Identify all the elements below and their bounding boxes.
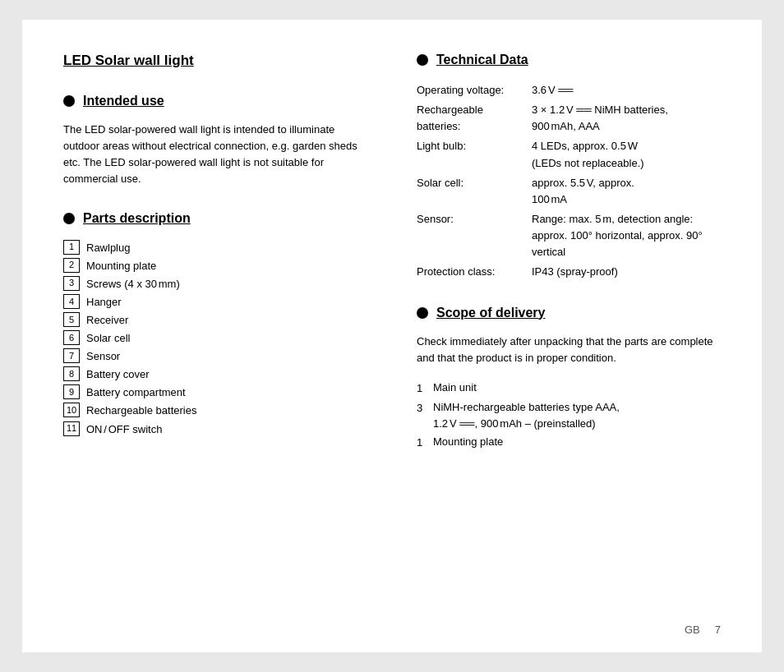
table-row: Sensor:Range: max. 5 m, detection angle:… bbox=[417, 209, 721, 262]
technical-data-table: Operating voltage:3.6 V ══Rechargeableba… bbox=[417, 81, 721, 283]
part-label: Rechargeable batteries bbox=[86, 402, 196, 420]
part-label: Hanger bbox=[86, 293, 122, 311]
scope-text: NiMH-rechargeable batteries type AAA,1.2… bbox=[433, 399, 620, 432]
scope-of-delivery-section: Scope of delivery Check immediately afte… bbox=[417, 306, 721, 453]
table-row: Operating voltage:3.6 V ══ bbox=[417, 81, 721, 100]
list-item: 8Battery cover bbox=[63, 366, 359, 384]
scope-title: Scope of delivery bbox=[436, 306, 546, 320]
tech-label: Sensor: bbox=[417, 209, 532, 262]
part-label: Sensor bbox=[86, 348, 120, 366]
list-item: 6Solar cell bbox=[63, 329, 359, 348]
page-footer: GB 7 bbox=[685, 624, 721, 636]
right-column: Technical Data Operating voltage:3.6 V ═… bbox=[408, 53, 721, 619]
technical-data-section: Technical Data Operating voltage:3.6 V ═… bbox=[417, 53, 721, 283]
part-number: 11 bbox=[63, 421, 80, 436]
list-item: 1Rawlplug bbox=[63, 239, 359, 257]
table-row: Light bulb:4 LEDs, approx. 0.5 W(LEDs no… bbox=[417, 136, 721, 173]
part-label: Rawlplug bbox=[86, 239, 130, 257]
scope-num: 1 bbox=[417, 380, 428, 398]
part-number: 1 bbox=[63, 240, 80, 255]
tech-label: Solar cell: bbox=[417, 173, 532, 209]
part-number: 6 bbox=[63, 330, 80, 345]
parts-description-heading: Parts description bbox=[63, 211, 359, 226]
tech-value: 3 × 1.2 V ══ NiMH batteries,900 mAh, AAA bbox=[532, 100, 721, 136]
scope-item: 1Mounting plate bbox=[417, 434, 721, 452]
scope-num: 1 bbox=[417, 434, 428, 452]
intended-use-heading: Intended use bbox=[63, 94, 359, 108]
bullet-icon bbox=[63, 95, 75, 107]
parts-list: 1Rawlplug2Mounting plate3Screws (4 x 30 … bbox=[63, 239, 359, 439]
scope-heading: Scope of delivery bbox=[417, 306, 721, 320]
part-number: 7 bbox=[63, 348, 80, 363]
tech-label: Protection class: bbox=[417, 262, 532, 282]
list-item: 9Battery compartment bbox=[63, 384, 359, 402]
bullet-icon-scope bbox=[417, 307, 428, 319]
scope-text: Mounting plate bbox=[433, 434, 503, 452]
table-row: Rechargeablebatteries:3 × 1.2 V ══ NiMH … bbox=[417, 100, 721, 136]
table-row: Solar cell:approx. 5.5 V, approx.100 mA bbox=[417, 173, 721, 209]
technical-data-heading: Technical Data bbox=[417, 53, 721, 67]
scope-list: 1Main unit3NiMH-rechargeable batteries t… bbox=[417, 380, 721, 452]
parts-description-section: Parts description 1Rawlplug2Mounting pla… bbox=[63, 211, 359, 439]
tech-value: 4 LEDs, approx. 0.5 W(LEDs not replaceab… bbox=[532, 136, 721, 173]
bullet-icon-parts bbox=[63, 213, 75, 224]
tech-label: Light bulb: bbox=[417, 136, 532, 173]
list-item: 10Rechargeable batteries bbox=[63, 402, 359, 420]
part-label: Screws (4 x 30 mm) bbox=[86, 275, 180, 293]
tech-value: 3.6 V ══ bbox=[532, 81, 721, 100]
list-item: 5Receiver bbox=[63, 311, 359, 329]
tech-label: Rechargeablebatteries: bbox=[417, 100, 532, 136]
part-label: Mounting plate bbox=[86, 257, 156, 275]
tech-value: IP43 (spray-proof) bbox=[532, 262, 721, 282]
intended-use-title: Intended use bbox=[83, 94, 164, 108]
footer-region: GB bbox=[685, 624, 700, 636]
part-number: 4 bbox=[63, 294, 80, 309]
scope-num: 3 bbox=[417, 399, 428, 432]
page: LED Solar wall light Intended use The LE… bbox=[22, 20, 762, 652]
part-label: Battery compartment bbox=[86, 384, 186, 402]
part-number: 9 bbox=[63, 384, 80, 399]
parts-description-title: Parts description bbox=[83, 211, 191, 226]
list-item: 7Sensor bbox=[63, 348, 359, 366]
scope-item: 3NiMH-rechargeable batteries type AAA,1.… bbox=[417, 399, 721, 432]
scope-intro: Check immediately after unpacking that t… bbox=[417, 334, 721, 366]
left-column: LED Solar wall light Intended use The LE… bbox=[63, 53, 376, 619]
tech-value: Range: max. 5 m, detection angle: approx… bbox=[532, 209, 721, 262]
tech-label: Operating voltage: bbox=[417, 81, 532, 100]
part-number: 2 bbox=[63, 258, 80, 273]
part-label: Battery cover bbox=[86, 366, 150, 384]
scope-item: 1Main unit bbox=[417, 380, 721, 398]
intended-use-section: Intended use The LED solar-powered wall … bbox=[63, 94, 359, 188]
part-number: 10 bbox=[63, 403, 80, 417]
footer-page-number: 7 bbox=[715, 624, 721, 636]
part-label: Receiver bbox=[86, 311, 128, 329]
part-number: 3 bbox=[63, 276, 80, 291]
intended-use-body: The LED solar-powered wall light is inte… bbox=[63, 122, 359, 188]
part-number: 5 bbox=[63, 312, 80, 327]
table-row: Protection class:IP43 (spray-proof) bbox=[417, 262, 721, 282]
list-item: 11ON / OFF switch bbox=[63, 421, 359, 439]
part-label: ON / OFF switch bbox=[86, 421, 162, 439]
tech-value: approx. 5.5 V, approx.100 mA bbox=[532, 173, 721, 209]
list-item: 4Hanger bbox=[63, 293, 359, 311]
main-title: LED Solar wall light bbox=[63, 53, 359, 69]
scope-text: Main unit bbox=[433, 380, 477, 398]
part-label: Solar cell bbox=[86, 329, 130, 348]
bullet-icon-tech bbox=[417, 54, 428, 66]
technical-data-title: Technical Data bbox=[436, 53, 528, 67]
list-item: 3Screws (4 x 30 mm) bbox=[63, 275, 359, 293]
list-item: 2Mounting plate bbox=[63, 257, 359, 275]
part-number: 8 bbox=[63, 366, 80, 381]
